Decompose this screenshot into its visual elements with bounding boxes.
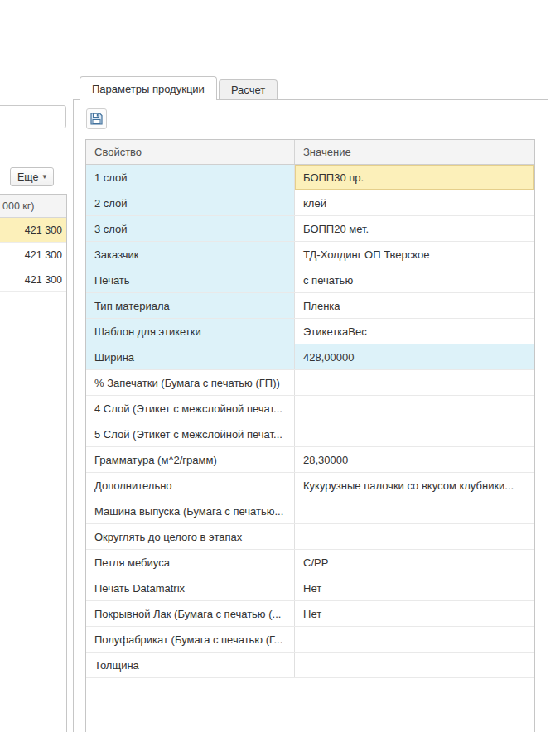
property-row: ДополнительноКукурузные палочки со вкусо… xyxy=(86,473,534,498)
property-value-cell[interactable]: Нет xyxy=(295,601,534,626)
property-value-cell[interactable] xyxy=(295,396,534,421)
property-value-cell[interactable] xyxy=(295,627,534,652)
property-name-cell[interactable]: Тип материала xyxy=(86,293,295,318)
property-name-cell[interactable]: 1 слой xyxy=(86,165,295,190)
property-row: ЗаказчикТД-Холдинг ОП Тверское xyxy=(86,242,534,267)
property-value-cell[interactable]: с печатью xyxy=(295,267,534,292)
property-name-cell[interactable]: Печать Datamatrix xyxy=(86,575,295,600)
left-grid: 000 кг) 421 300421 300421 300 xyxy=(0,194,67,732)
more-button-label: Еще xyxy=(17,171,38,183)
properties-table: Свойство Значение 1 слойБОПП30 пр.2 слой… xyxy=(85,139,535,732)
property-row: Шаблон для этикеткиЭтикеткаВес xyxy=(86,319,534,344)
column-header-property[interactable]: Свойство xyxy=(86,140,295,164)
property-value-cell[interactable]: Пленка xyxy=(295,293,534,318)
property-value-cell[interactable]: 428,00000 xyxy=(295,344,534,369)
property-name-cell[interactable]: Грамматура (м^2/грамм) xyxy=(86,447,295,472)
property-row: Полуфабрикат (Бумага с печатью (Г... xyxy=(86,627,534,653)
left-grid-cell-value: 421 300 xyxy=(25,274,62,286)
property-value-cell[interactable] xyxy=(295,524,534,549)
property-name-cell[interactable]: Дополнительно xyxy=(86,473,295,498)
property-row: Покрывной Лак (Бумага с печатью (...Нет xyxy=(86,601,534,627)
left-grid-row[interactable]: 421 300 xyxy=(0,218,66,243)
property-row: 3 слойБОПП20 мет. xyxy=(86,216,534,242)
property-value-cell[interactable]: ЭтикеткаВес xyxy=(295,319,534,344)
floppy-disk-icon xyxy=(89,112,104,126)
property-name-cell[interactable]: 3 слой xyxy=(86,216,295,241)
app-canvas: Еще ▾ 000 кг) 421 300421 300421 300 Пара… xyxy=(0,0,560,732)
tab-calculation[interactable]: Расчет xyxy=(219,79,278,99)
property-row: Печать DatamatrixНет xyxy=(86,575,534,601)
property-row: Печатьс печатью xyxy=(86,267,534,293)
property-row: 1 слойБОПП30 пр. xyxy=(86,165,534,190)
property-value-cell[interactable]: ТД-Холдинг ОП Тверское xyxy=(295,242,534,267)
property-name-cell[interactable]: Покрывной Лак (Бумага с печатью (... xyxy=(86,601,295,626)
left-grid-rows: 421 300421 300421 300 xyxy=(0,218,66,292)
property-row: Ширина428,00000 xyxy=(86,344,534,370)
property-name-cell[interactable]: Петля мебиуса xyxy=(86,550,295,575)
property-row: Тип материалаПленка xyxy=(86,293,534,319)
property-row: Машина выпуска (Бумага с печатью... xyxy=(86,498,534,524)
property-row: Округлять до целого в этапах xyxy=(86,524,534,550)
property-value-cell[interactable]: Кукурузные палочки со вкусом клубники... xyxy=(295,473,534,498)
left-toolbar-field[interactable] xyxy=(0,105,66,128)
property-name-cell[interactable]: % Запечатки (Бумага с печатью (ГП)) xyxy=(86,370,295,395)
property-name-cell[interactable]: 5 Слой (Этикет с межслойной печат... xyxy=(86,421,295,446)
property-value-cell[interactable] xyxy=(295,653,534,677)
left-grid-column-header: 000 кг) xyxy=(0,195,66,218)
property-name-cell[interactable]: Ширина xyxy=(86,344,295,369)
left-grid-cell-value: 421 300 xyxy=(25,249,62,261)
property-row: 2 слойклей xyxy=(86,190,534,216)
property-name-cell[interactable]: Шаблон для этикетки xyxy=(86,319,295,344)
property-value-cell[interactable]: БОПП20 мет. xyxy=(295,216,534,241)
left-grid-row[interactable]: 421 300 xyxy=(0,243,66,267)
chevron-down-icon: ▾ xyxy=(42,173,46,181)
properties-table-header: Свойство Значение xyxy=(86,140,534,165)
property-name-cell[interactable]: Печать xyxy=(86,267,295,292)
property-row: 4 Слой (Этикет с межслойной печат... xyxy=(86,396,534,421)
property-name-cell[interactable]: Машина выпуска (Бумага с печатью... xyxy=(86,498,295,523)
left-grid-row[interactable]: 421 300 xyxy=(0,267,66,292)
property-value-cell[interactable]: клей xyxy=(295,190,534,215)
property-value-cell[interactable] xyxy=(295,370,534,395)
property-value-cell[interactable] xyxy=(295,421,534,446)
more-button[interactable]: Еще ▾ xyxy=(10,167,54,186)
property-row: % Запечатки (Бумага с печатью (ГП)) xyxy=(86,370,534,396)
property-name-cell[interactable]: Округлять до целого в этапах xyxy=(86,524,295,549)
property-name-cell[interactable]: 2 слой xyxy=(86,190,295,215)
property-name-cell[interactable]: Заказчик xyxy=(86,242,295,267)
left-grid-cell-value: 421 300 xyxy=(25,224,62,236)
save-button[interactable] xyxy=(86,108,107,129)
property-name-cell[interactable]: Толщина xyxy=(86,653,295,677)
properties-table-body: 1 слойБОПП30 пр.2 слойклей3 слойБОПП20 м… xyxy=(86,165,534,678)
property-value-cell[interactable]: C/PP xyxy=(295,550,534,575)
property-value-cell[interactable] xyxy=(295,498,534,523)
property-value-cell[interactable]: БОПП30 пр. xyxy=(295,165,534,190)
property-row: Грамматура (м^2/грамм)28,30000 xyxy=(86,447,534,473)
property-value-cell[interactable]: Нет xyxy=(295,575,534,600)
property-name-cell[interactable]: Полуфабрикат (Бумага с печатью (Г... xyxy=(86,627,295,652)
property-row: Петля мебиусаC/PP xyxy=(86,550,534,575)
property-name-cell[interactable]: 4 Слой (Этикет с межслойной печат... xyxy=(86,396,295,421)
property-row: Толщина xyxy=(86,653,534,678)
property-value-cell[interactable]: 28,30000 xyxy=(295,447,534,472)
column-header-value[interactable]: Значение xyxy=(295,140,534,164)
property-row: 5 Слой (Этикет с межслойной печат... xyxy=(86,421,534,447)
tab-product-parameters[interactable]: Параметры продукции xyxy=(80,76,217,100)
tab-bar: Параметры продукции Расчет xyxy=(80,76,279,100)
